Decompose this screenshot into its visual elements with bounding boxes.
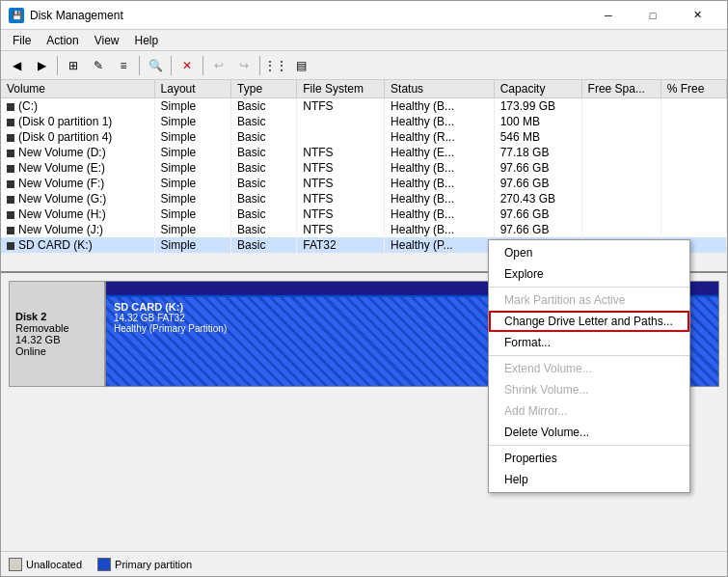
context-menu-item[interactable]: Delete Volume...	[489, 422, 689, 443]
extra-button[interactable]: ▤	[289, 54, 312, 77]
title-bar: 💾 Disk Management ─ □ ✕	[1, 1, 727, 30]
cell-pct	[661, 114, 726, 129]
forward-button[interactable]: ▶	[30, 54, 53, 77]
cell-status: Healthy (R...	[385, 129, 495, 145]
cell-fs: NTFS	[297, 222, 385, 237]
back-button[interactable]: ◀	[5, 54, 28, 77]
legend-primary-box	[97, 558, 111, 571]
cell-layout: Simple	[154, 145, 231, 160]
disk-table: Volume Layout Type File System Status Ca…	[1, 80, 727, 253]
table-row[interactable]: New Volume (H:) Simple Basic NTFS Health…	[1, 206, 727, 222]
cell-pct	[661, 129, 726, 145]
cell-capacity: 100 MB	[494, 114, 581, 129]
cell-volume: New Volume (J:)	[1, 222, 154, 237]
cell-type: Basic	[231, 129, 297, 145]
cell-layout: Simple	[154, 222, 231, 237]
cell-volume: SD CARD (K:)	[1, 237, 154, 253]
edit-button[interactable]: ✎	[87, 54, 110, 77]
cell-type: Basic	[231, 145, 297, 160]
context-menu-item[interactable]: Change Drive Letter and Paths...	[489, 311, 689, 332]
cell-layout: Simple	[154, 160, 231, 176]
cell-volume: New Volume (F:)	[1, 176, 154, 191]
cell-type: Basic	[231, 160, 297, 176]
table-row[interactable]: (Disk 0 partition 4) Simple Basic Health…	[1, 129, 727, 145]
view-button-1[interactable]: ⊞	[62, 54, 85, 77]
cell-status: Healthy (B...	[385, 114, 495, 129]
delete-button[interactable]: ✕	[175, 54, 199, 77]
cell-free	[581, 206, 661, 222]
cell-free	[581, 129, 661, 145]
cell-volume: (Disk 0 partition 1)	[1, 114, 154, 129]
cell-layout: Simple	[154, 129, 231, 145]
col-free[interactable]: Free Spa...	[581, 80, 661, 98]
cell-free	[581, 222, 661, 237]
cell-layout: Simple	[154, 191, 231, 206]
cell-pct	[661, 160, 726, 176]
table-row[interactable]: New Volume (D:) Simple Basic NTFS Health…	[1, 145, 727, 160]
table-row[interactable]: New Volume (F:) Simple Basic NTFS Health…	[1, 176, 727, 191]
minimize-button[interactable]: ─	[586, 1, 631, 30]
search-button[interactable]: 🔍	[144, 54, 167, 77]
col-status[interactable]: Status	[385, 80, 495, 98]
cell-layout: Simple	[154, 98, 231, 115]
table-row[interactable]: (C:) Simple Basic NTFS Healthy (B... 173…	[1, 98, 727, 115]
cell-capacity: 97.66 GB	[494, 176, 581, 191]
context-menu-item[interactable]: Help	[489, 469, 689, 490]
cell-fs	[297, 129, 385, 145]
context-menu-separator	[489, 355, 689, 356]
maximize-button[interactable]: □	[631, 1, 675, 30]
table-row[interactable]: New Volume (G:) Simple Basic NTFS Health…	[1, 191, 727, 206]
context-menu-item: Add Mirror...	[489, 400, 689, 422]
cell-volume: New Volume (G:)	[1, 191, 154, 206]
menu-file[interactable]: File	[5, 32, 39, 49]
col-capacity[interactable]: Capacity	[494, 80, 581, 98]
legend-primary-label: Primary partition	[115, 559, 192, 570]
content-area: Volume Layout Type File System Status Ca…	[1, 80, 727, 551]
table-row[interactable]: (Disk 0 partition 1) Simple Basic Health…	[1, 114, 727, 129]
cell-volume: New Volume (D:)	[1, 145, 154, 160]
disk-name: Disk 2	[15, 311, 98, 322]
cell-layout: Simple	[154, 114, 231, 129]
toolbar: ◀ ▶ ⊞ ✎ ≡ 🔍 ✕ ↩ ↪ ⋮⋮ ▤	[1, 51, 727, 80]
undo-button[interactable]: ↩	[207, 54, 230, 77]
context-menu-separator	[489, 287, 689, 288]
menu-view[interactable]: View	[87, 32, 127, 49]
cell-pct	[661, 206, 726, 222]
context-menu-item[interactable]: Format...	[489, 332, 689, 353]
cell-status: Healthy (E...	[385, 145, 495, 160]
context-menu-item[interactable]: Explore	[489, 263, 689, 285]
cell-free	[581, 114, 661, 129]
cell-pct	[661, 222, 726, 237]
view-button-2[interactable]: ≡	[112, 54, 135, 77]
context-menu-item: Extend Volume...	[489, 358, 689, 379]
cell-type: Basic	[231, 237, 297, 253]
toolbar-separator-5	[259, 56, 260, 75]
context-menu-item[interactable]: Open	[489, 242, 689, 263]
cell-volume: (C:)	[1, 98, 154, 115]
col-fs[interactable]: File System	[297, 80, 385, 98]
cell-fs: NTFS	[297, 176, 385, 191]
col-pct[interactable]: % Free	[661, 80, 726, 98]
context-menu-item[interactable]: Properties	[489, 448, 689, 469]
legend-unallocated-box	[9, 558, 22, 571]
cell-pct	[661, 145, 726, 160]
close-button[interactable]: ✕	[675, 1, 719, 30]
app-icon: 💾	[9, 8, 24, 23]
col-layout[interactable]: Layout	[154, 80, 231, 98]
table-row[interactable]: New Volume (E:) Simple Basic NTFS Health…	[1, 160, 727, 176]
cell-type: Basic	[231, 114, 297, 129]
redo-button[interactable]: ↪	[232, 54, 256, 77]
col-volume[interactable]: Volume	[1, 80, 154, 98]
menu-help[interactable]: Help	[127, 32, 167, 49]
cell-fs: NTFS	[297, 191, 385, 206]
menu-action[interactable]: Action	[39, 32, 86, 49]
col-type[interactable]: Type	[231, 80, 297, 98]
table-row[interactable]: New Volume (J:) Simple Basic NTFS Health…	[1, 222, 727, 237]
context-menu: OpenExploreMark Partition as ActiveChang…	[488, 239, 690, 493]
cell-free	[581, 145, 661, 160]
more-button[interactable]: ⋮⋮	[264, 54, 287, 77]
cell-capacity: 546 MB	[494, 129, 581, 145]
toolbar-separator-1	[57, 56, 58, 75]
cell-volume: New Volume (E:)	[1, 160, 154, 176]
cell-fs: NTFS	[297, 206, 385, 222]
